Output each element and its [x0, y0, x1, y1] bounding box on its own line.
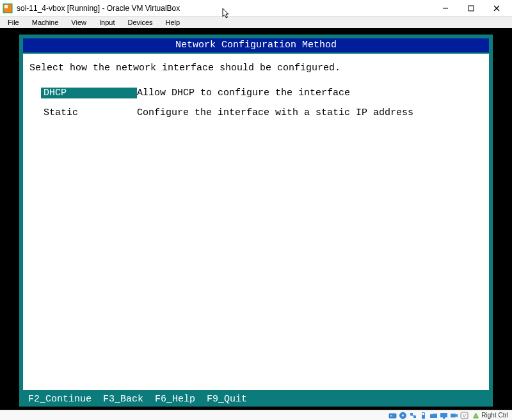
usb-icon[interactable] — [419, 411, 428, 419]
menu-devices[interactable]: Devices — [122, 18, 157, 27]
svg-rect-1 — [4, 5, 8, 8]
svg-rect-15 — [440, 413, 447, 417]
option-static-label: Static — [41, 107, 137, 118]
hard-disk-icon[interactable] — [388, 411, 397, 419]
svg-text:V: V — [463, 413, 467, 419]
option-static-desc: Configure the interface with a static IP… — [137, 107, 483, 118]
menu-view[interactable]: View — [66, 18, 92, 27]
maximize-button[interactable] — [458, 0, 484, 17]
footer-f6-help[interactable]: F6_Help — [155, 394, 195, 405]
installer-instruction: Select how the network interface should … — [29, 63, 483, 74]
installer-body: Select how the network interface should … — [23, 54, 489, 390]
installer-header: Network Configuration Method — [23, 38, 489, 52]
menu-file[interactable]: File — [3, 18, 24, 27]
svg-rect-16 — [443, 417, 445, 419]
host-key-label: Right Ctrl — [481, 412, 508, 419]
svg-point-9 — [402, 414, 404, 416]
svg-rect-11 — [413, 416, 416, 418]
menubar: File Machine View Input Devices Help — [0, 17, 512, 28]
recording-icon[interactable] — [449, 411, 458, 419]
installer-screen: Network Configuration Method Select how … — [19, 35, 493, 407]
optical-drive-icon[interactable] — [398, 411, 407, 419]
host-key-indicator[interactable]: Right Ctrl — [470, 412, 509, 419]
app-icon — [3, 3, 13, 13]
guest-additions-icon[interactable]: V — [460, 411, 468, 419]
svg-rect-10 — [410, 413, 413, 416]
footer-f9-quit[interactable]: F9_Quit — [207, 394, 247, 405]
svg-rect-14 — [422, 413, 424, 415]
window-title: sol-11_4-vbox [Running] - Oracle VM Virt… — [17, 4, 180, 13]
svg-point-7 — [390, 415, 392, 416]
menu-machine[interactable]: Machine — [27, 18, 64, 27]
option-dhcp-label: DHCP — [41, 88, 137, 98]
vm-display[interactable]: Network Configuration Method Select how … — [0, 28, 512, 410]
minimize-button[interactable] — [433, 0, 458, 17]
keyboard-indicator-icon — [472, 412, 479, 419]
close-button[interactable] — [484, 0, 509, 17]
display-icon[interactable] — [439, 411, 448, 419]
footer-f2-continue[interactable]: F2_Continue — [28, 394, 92, 405]
vbox-statusbar: V Right Ctrl — [0, 410, 512, 420]
menu-input[interactable]: Input — [94, 18, 120, 27]
window-titlebar: sol-11_4-vbox [Running] - Oracle VM Virt… — [0, 0, 512, 17]
network-icon[interactable] — [408, 411, 417, 419]
svg-rect-17 — [451, 414, 456, 417]
menu-help[interactable]: Help — [161, 18, 186, 27]
option-dhcp[interactable]: DHCP Allow DHCP to configure the interfa… — [29, 88, 483, 98]
footer-f3-back[interactable]: F3_Back — [103, 394, 143, 405]
shared-folders-icon[interactable] — [429, 411, 438, 419]
svg-rect-6 — [389, 414, 396, 418]
option-static[interactable]: Static Configure the interface with a st… — [29, 107, 483, 118]
installer-footer: F2_Continue F3_Back F6_Help F9_Quit — [23, 393, 489, 405]
option-dhcp-desc: Allow DHCP to configure the interface — [137, 88, 483, 98]
svg-rect-3 — [468, 6, 474, 11]
